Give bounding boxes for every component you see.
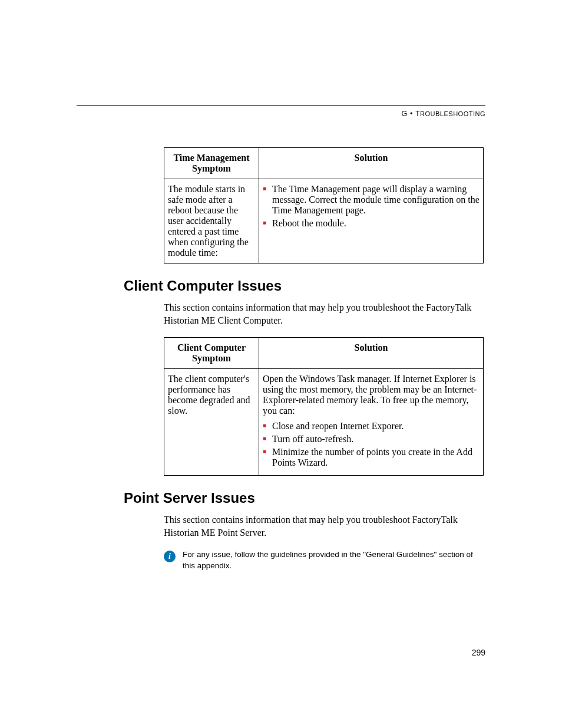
cell-solution: Open the Windows Task manager. If Intern…	[259, 369, 484, 476]
page-content: Time Management Symptom Solution The mod…	[77, 147, 485, 585]
section-intro: This section contains information that m…	[164, 301, 482, 327]
col-header-solution: Solution	[259, 338, 484, 369]
header-separator: •	[410, 109, 413, 118]
cell-symptom: The module starts in safe mode after a r…	[164, 179, 259, 263]
table-header-row: Client Computer Symptom Solution	[164, 338, 484, 369]
col-header-symptom: Time Management Symptom	[164, 148, 259, 179]
page-number: 299	[472, 648, 485, 657]
header-rule	[77, 105, 485, 106]
section-heading-client-computer: Client Computer Issues	[124, 278, 485, 294]
solution-list: The Time Management page will display a …	[263, 184, 480, 229]
list-item: The Time Management page will display a …	[263, 184, 480, 216]
info-icon: i	[164, 551, 176, 562]
header-chapter-title: TROUBLESHOOTING	[415, 110, 485, 118]
running-header: G • TROUBLESHOOTING	[77, 105, 485, 118]
solution-list: Close and reopen Internet Exporer. Turn …	[263, 421, 480, 468]
list-item: Close and reopen Internet Exporer.	[263, 421, 480, 431]
note-block: i For any issue, follow the guidelines p…	[164, 549, 482, 571]
header-appendix-letter: G	[401, 109, 408, 118]
header-text: G • TROUBLESHOOTING	[77, 109, 485, 118]
page: G • TROUBLESHOOTING Time Management Symp…	[0, 0, 562, 728]
cell-symptom: The client computer's performance has be…	[164, 369, 259, 476]
table-row: The client computer's performance has be…	[164, 369, 484, 476]
client-computer-table: Client Computer Symptom Solution The cli…	[164, 337, 484, 476]
list-item: Turn off auto-refresh.	[263, 434, 480, 444]
list-item: Reboot the module.	[263, 218, 480, 229]
list-item: Minimize the number of points you create…	[263, 447, 480, 468]
note-text: For any issue, follow the guidelines pro…	[183, 549, 482, 571]
solution-intro-text: Open the Windows Task manager. If Intern…	[263, 374, 480, 416]
section-heading-point-server: Point Server Issues	[124, 490, 485, 506]
table-row: The module starts in safe mode after a r…	[164, 179, 484, 263]
col-header-symptom: Client Computer Symptom	[164, 338, 259, 369]
table-header-row: Time Management Symptom Solution	[164, 148, 484, 179]
cell-solution: The Time Management page will display a …	[259, 179, 484, 263]
col-header-solution: Solution	[259, 148, 484, 179]
section-intro: This section contains information that m…	[164, 513, 482, 539]
time-management-table: Time Management Symptom Solution The mod…	[164, 147, 484, 263]
